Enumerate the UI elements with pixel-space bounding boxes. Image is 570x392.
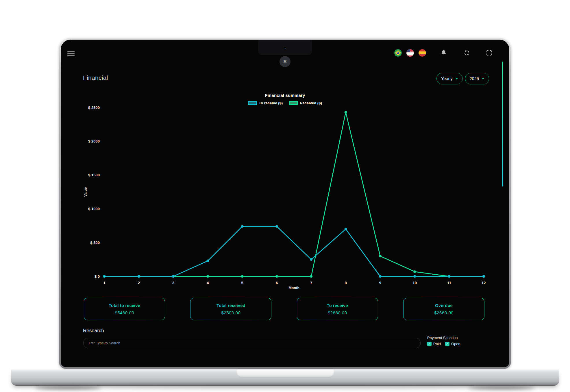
line-to-receive [104, 226, 484, 276]
research-heading: Research [83, 328, 104, 334]
scrollbar-thumb[interactable] [502, 62, 503, 186]
search-input[interactable] [83, 338, 421, 348]
legend-label: Received ($) [300, 101, 322, 105]
legend-swatch-icon [289, 101, 298, 105]
data-point-to-receive [103, 275, 106, 278]
summary-cards: Total to receive $5460.00 Total received… [84, 298, 484, 320]
data-point-received [103, 275, 106, 278]
card-value: $2660.00 [434, 310, 454, 315]
data-point-to-receive [206, 260, 209, 262]
data-point-to-receive [275, 225, 278, 228]
data-point-to-receive [379, 275, 382, 278]
checkbox-checked-icon: ✓ [445, 342, 449, 346]
card-label: To receive [327, 303, 348, 308]
menu-icon[interactable] [67, 51, 75, 56]
data-point-received [138, 275, 140, 278]
laptop-base [11, 369, 559, 386]
notification-bell-icon[interactable] [440, 49, 447, 56]
y-axis-tick: $ 1000 [88, 207, 100, 211]
period-dropdown[interactable]: Yearly [436, 73, 463, 84]
x-axis-tick: 2 [138, 281, 140, 285]
checkbox-checked-icon: ✓ [427, 342, 432, 346]
chevron-down-icon [455, 78, 458, 79]
period-dropdown-value: Yearly [441, 76, 453, 81]
x-axis-tick: 6 [276, 281, 278, 285]
x-axis-label: Month [288, 286, 299, 290]
x-axis-tick: 10 [412, 281, 417, 285]
legend-label: To receive ($) [259, 101, 283, 105]
data-point-to-receive [138, 275, 140, 278]
x-axis-tick: 11 [447, 281, 451, 285]
data-point-to-receive [482, 275, 485, 278]
data-point-to-receive [413, 275, 416, 278]
x-axis-tick: 1 [103, 281, 105, 285]
y-axis-tick: $ 500 [90, 241, 100, 245]
x-axis-tick: 12 [482, 281, 486, 285]
y-axis-tick: $ 2500 [88, 106, 100, 110]
y-axis-tick: $ 2000 [88, 139, 100, 143]
chart-filter-pills: Yearly 2025 [436, 73, 489, 84]
fullscreen-icon[interactable] [486, 49, 493, 56]
data-point-received [241, 275, 244, 278]
chart-legend: To receive ($)Received ($) [198, 101, 372, 105]
checkbox-label: Paid [433, 342, 441, 346]
year-dropdown-value: 2025 [470, 76, 479, 81]
data-point-received [206, 275, 209, 278]
y-axis-tick: $ 1500 [88, 173, 100, 177]
checkbox-open[interactable]: ✓ Open [445, 342, 460, 346]
brazil-flag-icon[interactable] [394, 49, 402, 57]
card-label: Overdue [435, 303, 453, 308]
card-total-to-receive: Total to receive $5460.00 [84, 298, 165, 320]
checkbox-paid[interactable]: ✓ Paid [427, 342, 441, 346]
data-point-to-receive [448, 275, 451, 278]
x-axis-tick: 9 [379, 281, 381, 285]
year-dropdown[interactable]: 2025 [465, 73, 489, 84]
card-overdue: Overdue $2660.00 [403, 298, 484, 320]
laptop-shadow [468, 386, 535, 390]
card-value: $2660.00 [328, 310, 347, 315]
laptop-thumb-scoop [236, 369, 334, 378]
topbar-icons [394, 49, 493, 57]
card-to-receive: To receive $2660.00 [297, 298, 378, 320]
usa-flag-icon[interactable] [406, 49, 414, 57]
x-axis-tick: 7 [310, 281, 312, 285]
clear-filters-button[interactable]: Clear Filters [462, 341, 487, 346]
data-point-received [310, 275, 312, 278]
data-point-received [448, 275, 451, 278]
data-point-received [172, 275, 175, 278]
card-value: $2800.00 [221, 310, 240, 315]
close-icon: ✕ [283, 59, 287, 64]
x-axis-tick: 8 [345, 281, 347, 285]
legend-item-to-receive[interactable]: To receive ($) [248, 101, 283, 105]
data-point-to-receive [345, 228, 347, 230]
card-label: Total to receive [109, 303, 140, 308]
data-point-received [413, 270, 416, 273]
laptop-shadow [35, 386, 101, 390]
x-axis-tick: 5 [241, 281, 243, 285]
data-point-received [275, 275, 278, 278]
close-button[interactable]: ✕ [280, 56, 290, 67]
x-axis-tick: 3 [172, 281, 174, 285]
app-screen: ✕ Financial [61, 40, 509, 367]
chevron-down-icon [482, 78, 484, 79]
y-axis-label: Value [84, 187, 88, 197]
chart-title: Financial summary [227, 93, 343, 98]
card-value: $5460.00 [115, 310, 134, 315]
data-point-received [482, 275, 485, 278]
laptop-screen-bezel: ✕ Financial [59, 38, 511, 369]
legend-item-received[interactable]: Received ($) [289, 101, 322, 105]
webcam-camera-icon [283, 47, 287, 50]
data-point-to-receive [172, 275, 175, 278]
data-point-received [379, 255, 382, 257]
card-total-received: Total received $2800.00 [190, 298, 271, 320]
legend-swatch-icon [248, 101, 257, 105]
page-title: Financial [83, 74, 108, 81]
payment-situation-filter: Payment Situation ✓ Paid ✓ Open [427, 336, 460, 346]
y-axis-tick: $ 0 [95, 274, 100, 279]
data-point-to-receive [241, 225, 244, 228]
card-label: Total received [216, 303, 245, 308]
x-axis-tick: 4 [207, 281, 209, 285]
spain-flag-icon[interactable] [419, 49, 426, 57]
payment-situation-label: Payment Situation [427, 336, 460, 340]
refresh-icon[interactable] [463, 49, 470, 56]
